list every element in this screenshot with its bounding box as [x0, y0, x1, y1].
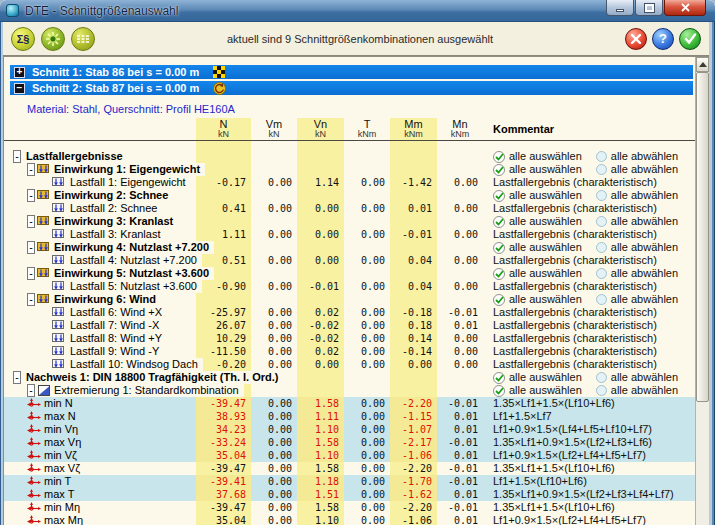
table-row-extremierung[interactable]: -Extremierung 1: Standardkombinationalle… — [4, 384, 695, 397]
table-row-extreme[interactable]: min Vη34.230.001.100.00-1.070.01Lf1+0.9×… — [4, 423, 695, 436]
value-Mm — [390, 189, 437, 202]
close-button[interactable] — [664, 0, 706, 16]
value-Vm: 0.00 — [251, 423, 297, 436]
app-window: DTE - Schnittgrößenauswahl Σ§ aktuell si… — [0, 0, 715, 525]
deselect-all-radio[interactable] — [596, 372, 607, 383]
table-row-extreme[interactable]: min Mη-39.470.001.580.00-2.20-0.011.35×L… — [4, 501, 695, 514]
extreme-icon — [27, 502, 41, 513]
vertical-scrollbar[interactable] — [695, 57, 709, 525]
table-row-einwirkung[interactable]: -Einwirkung 3: Kranlastalle auswählenall… — [4, 215, 695, 228]
sum-paragraph-button[interactable]: Σ§ — [11, 27, 35, 51]
table-row-lastfall[interactable]: Lastfall 1: Eigengewicht-0.170.001.140.0… — [4, 176, 695, 189]
tree-expander[interactable]: - — [27, 189, 35, 202]
select-all-radio[interactable] — [493, 164, 505, 176]
value-Mm — [390, 293, 437, 306]
select-all-radio[interactable] — [493, 190, 505, 202]
deselect-all-radio[interactable] — [596, 268, 607, 279]
tree-label: Extremierung 1: Standardkombination — [54, 384, 244, 397]
tree-expander[interactable]: - — [13, 371, 21, 384]
confirm-button[interactable] — [679, 28, 701, 50]
table-row-lastfall[interactable]: Lastfall 6: Wind +X-25.970.000.020.00-0.… — [4, 306, 695, 319]
table-row-extreme[interactable]: max Mη35.040.001.100.00-1.060.01Lf1+0.9×… — [4, 514, 695, 525]
row-label-cell: -Nachweis 1: DIN 18800 Tragfähigkeit (Th… — [4, 371, 196, 384]
tree-expander[interactable]: - — [27, 293, 35, 306]
comment-cell: alle auswählenalle abwählen — [483, 384, 695, 397]
deselect-all-radio[interactable] — [596, 216, 607, 227]
table-row-group[interactable]: -Nachweis 1: DIN 18800 Tragfähigkeit (Th… — [4, 371, 695, 384]
tree-expander[interactable]: - — [27, 215, 35, 228]
deselect-all-radio[interactable] — [596, 294, 607, 305]
tree-label: Einwirkung 3: Kranlast — [54, 215, 178, 228]
table-row-lastfall[interactable]: Lastfall 8: Wind +Y10.290.00-0.020.000.1… — [4, 332, 695, 345]
table-row-einwirkung[interactable]: -Einwirkung 2: Schneealle auswählenalle … — [4, 189, 695, 202]
value-Vm — [251, 384, 297, 397]
table-header-row: NkNVmkNVnkNTkNmMmkNmMnkNmKommentar — [4, 118, 695, 141]
comment-cell: alle auswählenalle abwählen — [483, 267, 695, 280]
scroll-up-button[interactable] — [696, 57, 709, 72]
select-all-radio[interactable] — [493, 151, 505, 163]
table-row-extreme[interactable]: max N38.930.001.110.00-1.150.01Lf1+1.5×L… — [4, 410, 695, 423]
table-row-lastfall[interactable]: Lastfall 7: Wind -X26.070.00-0.020.000.1… — [4, 319, 695, 332]
scrollbar-thumb[interactable] — [696, 72, 709, 402]
select-all-radio[interactable] — [493, 268, 505, 280]
section-expander[interactable]: + — [14, 67, 25, 78]
titlebar[interactable]: DTE - Schnittgrößenauswahl — [0, 0, 715, 22]
tree-expander[interactable]: - — [13, 150, 21, 163]
confirm-icon — [684, 33, 697, 44]
deselect-all-radio[interactable] — [596, 151, 607, 162]
help-button[interactable]: ? — [652, 28, 674, 50]
table-row-lastfall[interactable]: Lastfall 9: Wind -Y-11.500.000.020.00-0.… — [4, 345, 695, 358]
table-row-lastfall[interactable]: Lastfall 4: Nutzlast +7.2000.510.000.000… — [4, 254, 695, 267]
table-row-einwirkung[interactable]: -Einwirkung 1: Eigengewichtalle auswähle… — [4, 163, 695, 176]
table-row-lastfall[interactable]: Lastfall 3: Kranlast1.110.000.000.00-0.0… — [4, 228, 695, 241]
table-row-extreme[interactable]: max Vη-33.240.001.580.00-2.17-0.011.35×L… — [4, 436, 695, 449]
tree-expander[interactable]: - — [27, 241, 35, 254]
value-Vn: -0.01 — [297, 280, 344, 293]
minimize-button[interactable] — [606, 0, 634, 16]
extreme-icon — [27, 489, 41, 500]
row-comment: 1.35×Lf1+0.9×1.5×(Lf2+Lf3+Lf4+Lf7) — [493, 488, 674, 501]
table-row-group[interactable]: -Lastfallergebnissealle auswählenalle ab… — [4, 150, 695, 163]
list-lines-button[interactable] — [71, 27, 95, 51]
table-row-lastfall[interactable]: Lastfall 2: Schnee0.410.000.000.000.010.… — [4, 202, 695, 215]
table-row-extreme[interactable]: max Vζ-39.470.001.580.00-2.20-0.011.35×L… — [4, 462, 695, 475]
cancel-button[interactable] — [625, 28, 647, 50]
select-all-radio[interactable] — [493, 242, 505, 254]
value-Mn: 0.00 — [437, 280, 483, 293]
value-N: 38.93 — [196, 410, 251, 423]
table-row-einwirkung[interactable]: -Einwirkung 6: Windalle auswählenalle ab… — [4, 293, 695, 306]
value-Mm: 0.01 — [390, 202, 437, 215]
section-expander[interactable]: − — [14, 83, 25, 94]
row-label-cell: Lastfall 4: Nutzlast +7.200 — [4, 254, 196, 267]
comment-cell: alle auswählenalle abwählen — [483, 163, 695, 176]
deselect-all-radio[interactable] — [596, 164, 607, 175]
tree-expander[interactable]: - — [27, 384, 35, 397]
table-row-extreme[interactable]: min T-39.410.001.180.00-1.70-0.01Lf1+1.5… — [4, 475, 695, 488]
select-all-radio[interactable] — [493, 216, 505, 228]
table-row-einwirkung[interactable]: -Einwirkung 4: Nutzlast +7.200alle auswä… — [4, 241, 695, 254]
select-all-radio[interactable] — [493, 385, 505, 397]
select-all-radio[interactable] — [493, 372, 505, 384]
maximize-button[interactable] — [635, 0, 663, 16]
deselect-all-radio[interactable] — [596, 190, 607, 201]
comment-cell: Lastfallergebnis (charakteristisch) — [483, 332, 695, 345]
table-row-einwirkung[interactable]: -Einwirkung 5: Nutzlast +3.600alle auswä… — [4, 267, 695, 280]
section-header-schnitt-2[interactable]: − Schnitt 2: Stab 87 bei s = 0.00 m — [10, 81, 693, 95]
table-row-lastfall[interactable]: Lastfall 5: Nutzlast +3.600-0.900.00-0.0… — [4, 280, 695, 293]
select-all-radio[interactable] — [493, 294, 505, 306]
value-N: 37.68 — [196, 488, 251, 501]
comment-cell: Lastfallergebnis (charakteristisch) — [483, 202, 695, 215]
comment-cell: alle auswählenalle abwählen — [483, 150, 695, 163]
deselect-all-radio[interactable] — [596, 242, 607, 253]
table-row-lastfall[interactable]: Lastfall 10: Windsog Dach-0.200.000.000.… — [4, 358, 695, 371]
value-Mn: 0.00 — [437, 254, 483, 267]
starburst-button[interactable] — [41, 27, 65, 51]
table-row-extreme[interactable]: min N-39.470.001.580.00-2.20-0.011.35×Lf… — [4, 397, 695, 410]
value-Vn: 1.11 — [297, 410, 344, 423]
tree-expander[interactable]: - — [27, 267, 35, 280]
table-row-extreme[interactable]: min Vζ35.040.001.100.00-1.060.01Lf1+0.9×… — [4, 449, 695, 462]
tree-expander[interactable]: - — [27, 163, 35, 176]
section-header-schnitt-1[interactable]: + Schnitt 1: Stab 86 bei s = 0.00 m — [10, 65, 693, 79]
deselect-all-radio[interactable] — [596, 385, 607, 396]
table-row-extreme[interactable]: max T37.680.001.510.00-1.620.011.35×Lf1+… — [4, 488, 695, 501]
